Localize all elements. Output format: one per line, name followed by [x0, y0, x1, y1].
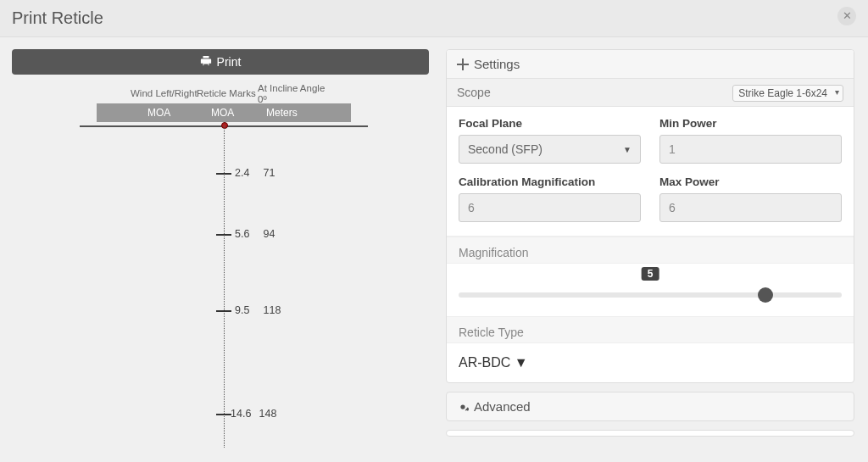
scope-row: Scope Strike Eagle 1-6x24	[447, 79, 854, 107]
min-power-label: Min Power	[659, 117, 842, 130]
hash-mark	[216, 310, 231, 312]
advanced-panel-header[interactable]: Advanced	[446, 392, 854, 421]
left-panel: Print Wind Left/Right Reticle Marks At I…	[12, 49, 429, 456]
slider-thumb[interactable]	[758, 287, 773, 303]
hash-mark	[216, 414, 231, 415]
scope-label: Scope	[457, 86, 491, 99]
dialog-header: Print Reticle ✕	[0, 0, 868, 37]
chevron-down-icon: ▼	[623, 145, 632, 154]
max-power-label: Max Power	[659, 175, 842, 188]
reticle-type-header: Reticle Type	[447, 317, 854, 343]
magnification-header: Magnification	[447, 237, 854, 264]
cal-mag-field: Calibration Magnification 6	[459, 175, 641, 222]
scope-select[interactable]: Strike Eagle 1-6x24	[732, 85, 843, 102]
magnification-slider-wrap: 5	[447, 264, 854, 317]
settings-header: Settings	[447, 50, 854, 79]
magnification-value-badge: 5	[642, 267, 659, 281]
focal-plane-label: Focal Plane	[459, 117, 641, 130]
page-title: Print Reticle	[12, 8, 856, 28]
close-button[interactable]: ✕	[837, 7, 856, 25]
incline-label: At Incline Angle 0º	[258, 83, 325, 105]
focal-plane-field: Focal Plane Second (SFP) ▼	[459, 117, 641, 164]
units-bar: MOA MOA Meters	[97, 103, 351, 122]
unit-marks: MOA	[211, 107, 234, 119]
unit-wind: MOA	[147, 107, 170, 119]
max-power-field: Max Power 6	[659, 175, 842, 222]
gear-icon	[457, 401, 469, 413]
print-icon	[200, 55, 212, 70]
magnification-slider[interactable]	[459, 292, 842, 298]
min-power-input[interactable]: 1	[659, 135, 842, 164]
chevron-down-icon: ▼	[515, 355, 528, 370]
reticle-preview: Wind Left/Right Reticle Marks At Incline…	[12, 83, 429, 456]
content-area: Print Wind Left/Right Reticle Marks At I…	[0, 37, 868, 462]
hash-row: 2.4 71	[235, 167, 275, 179]
hash-row: 9.5 118	[235, 304, 281, 316]
scope-select-wrap[interactable]: Strike Eagle 1-6x24	[732, 86, 843, 99]
move-icon	[457, 58, 469, 70]
advanced-label: Advanced	[474, 399, 531, 414]
hash-row: 14.6 148	[231, 408, 276, 420]
hash-mark	[216, 234, 231, 236]
settings-title: Settings	[474, 57, 520, 71]
hash-mark	[216, 173, 231, 175]
print-button-label: Print	[217, 55, 242, 69]
unit-dist: Meters	[266, 107, 298, 119]
cal-mag-label: Calibration Magnification	[459, 175, 641, 188]
max-power-input[interactable]: 6	[659, 193, 842, 222]
hash-row: 5.6 94	[235, 228, 275, 240]
print-button[interactable]: Print	[12, 49, 429, 75]
wind-label: Wind Left/Right	[131, 88, 198, 98]
min-power-field: Min Power 1	[659, 117, 842, 164]
right-panel: Settings Scope Strike Eagle 1-6x24 Focal…	[446, 49, 854, 456]
cal-mag-input[interactable]: 6	[459, 193, 641, 222]
reticle-type-select[interactable]: AR-BDC ▼	[459, 355, 842, 370]
reticle-type-wrap: AR-BDC ▼	[447, 343, 854, 382]
marks-label: Reticle Marks	[197, 88, 256, 98]
scope-fields-section: Focal Plane Second (SFP) ▼ Min Power 1	[447, 107, 854, 237]
focal-plane-select[interactable]: Second (SFP) ▼	[459, 135, 641, 164]
settings-panel: Settings Scope Strike Eagle 1-6x24 Focal…	[446, 49, 854, 383]
next-panel-peek	[446, 430, 854, 437]
